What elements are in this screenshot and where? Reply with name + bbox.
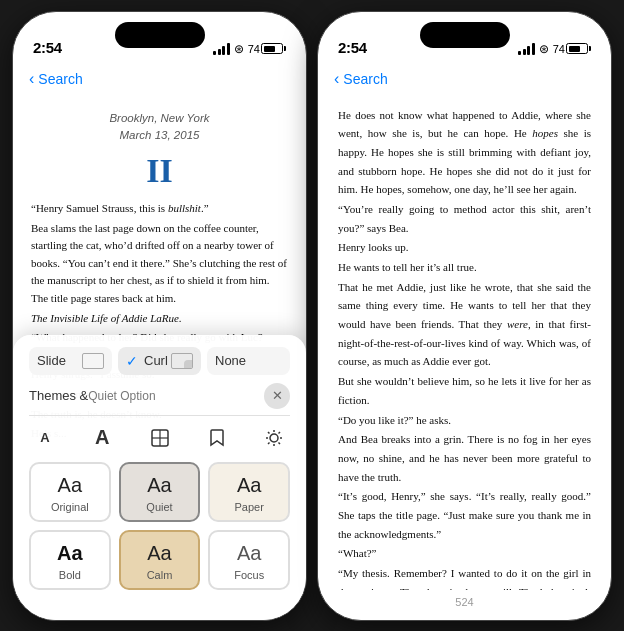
svg-line-11 bbox=[268, 442, 270, 444]
battery-pct-left: 74 bbox=[248, 43, 260, 55]
phones-container: 2:54 ⊛ 74 ‹ bbox=[12, 11, 612, 621]
scroll-option-curl[interactable]: ✓ Curl bbox=[118, 347, 201, 375]
chevron-left-icon-right: ‹ bbox=[334, 70, 339, 88]
brightness-icon bbox=[265, 429, 283, 447]
theme-paper[interactable]: Aa Paper bbox=[208, 462, 290, 522]
themes-row-header: Themes & Quiet Option ✕ bbox=[29, 383, 290, 409]
close-button[interactable]: ✕ bbox=[264, 383, 290, 409]
status-icons-right: ⊛ 74 bbox=[518, 42, 591, 56]
dynamic-island-left bbox=[115, 22, 205, 48]
quiet-option-label: Quiet Option bbox=[88, 389, 155, 403]
theme-paper-aa: Aa bbox=[237, 474, 261, 497]
scroll-option-none[interactable]: None bbox=[207, 347, 290, 375]
battery-icon: 74 bbox=[248, 43, 286, 55]
theme-paper-label: Paper bbox=[234, 501, 263, 513]
overlay-panel: Slide ✓ Curl None bbox=[13, 335, 306, 620]
none-label: None bbox=[215, 353, 246, 368]
curl-label: Curl bbox=[144, 353, 168, 368]
back-button-left[interactable]: ‹ Search bbox=[29, 70, 83, 88]
themes-label: Themes & bbox=[29, 388, 88, 403]
signal-icon-right bbox=[518, 43, 535, 55]
font-decrease-button[interactable]: A bbox=[29, 422, 61, 454]
slide-icon bbox=[82, 353, 104, 369]
theme-focus-aa: Aa bbox=[237, 542, 261, 565]
theme-bold-label: Bold bbox=[59, 569, 81, 581]
svg-line-8 bbox=[268, 432, 270, 434]
theme-original-aa: Aa bbox=[58, 474, 82, 497]
book-content-right: He does not know what happened to Addie,… bbox=[318, 100, 611, 590]
nav-bar-right: ‹ Search bbox=[318, 60, 611, 98]
left-phone: 2:54 ⊛ 74 ‹ bbox=[12, 11, 307, 621]
theme-original[interactable]: Aa Original bbox=[29, 462, 111, 522]
theme-calm-aa: Aa bbox=[147, 542, 171, 565]
layout-icon bbox=[151, 429, 169, 447]
toolbar-row: A A bbox=[29, 415, 290, 462]
font-small-label: A bbox=[40, 430, 49, 445]
theme-bold-aa: Aa bbox=[57, 542, 83, 565]
font-large-label: A bbox=[95, 426, 109, 449]
dynamic-island-right bbox=[420, 22, 510, 48]
battery-icon-right: 74 bbox=[553, 43, 591, 55]
theme-focus[interactable]: Aa Focus bbox=[208, 530, 290, 590]
page-number-right: 524 bbox=[455, 596, 473, 608]
theme-quiet-aa: Aa bbox=[147, 474, 171, 497]
theme-quiet[interactable]: Aa Quiet bbox=[119, 462, 201, 522]
font-increase-button[interactable]: A bbox=[86, 422, 118, 454]
signal-icon bbox=[213, 43, 230, 55]
right-phone: 2:54 ⊛ 74 ‹ bbox=[317, 11, 612, 621]
bookmark-button[interactable] bbox=[201, 422, 233, 454]
nav-bar-left: ‹ Search bbox=[13, 60, 306, 98]
none-icon bbox=[260, 353, 282, 369]
theme-calm[interactable]: Aa Calm bbox=[119, 530, 201, 590]
battery-pct-right: 74 bbox=[553, 43, 565, 55]
svg-point-3 bbox=[270, 434, 278, 442]
time-right: 2:54 bbox=[338, 39, 367, 56]
wifi-icon-right: ⊛ bbox=[539, 42, 549, 56]
theme-original-label: Original bbox=[51, 501, 89, 513]
back-button-right[interactable]: ‹ Search bbox=[334, 70, 388, 88]
slide-label: Slide bbox=[37, 353, 66, 368]
theme-focus-label: Focus bbox=[234, 569, 264, 581]
wifi-icon: ⊛ bbox=[234, 42, 244, 56]
chapter-numeral: II bbox=[31, 152, 288, 190]
book-text-right: He does not know what happened to Addie,… bbox=[338, 106, 591, 590]
scroll-option-slide[interactable]: Slide bbox=[29, 347, 112, 375]
svg-line-9 bbox=[279, 442, 281, 444]
status-icons-left: ⊛ 74 bbox=[213, 42, 286, 56]
brightness-button[interactable] bbox=[258, 422, 290, 454]
back-label-left: Search bbox=[38, 71, 82, 87]
bookmark-icon bbox=[210, 429, 224, 447]
chevron-left-icon: ‹ bbox=[29, 70, 34, 88]
book-location: Brooklyn, New YorkMarch 13, 2015 bbox=[31, 110, 288, 145]
themes-grid: Aa Original Aa Quiet Aa Paper Aa Bold bbox=[29, 462, 290, 590]
theme-quiet-label: Quiet bbox=[146, 501, 172, 513]
scroll-options-row: Slide ✓ Curl None bbox=[29, 347, 290, 375]
back-label-right: Search bbox=[343, 71, 387, 87]
svg-line-10 bbox=[279, 432, 281, 434]
layout-button[interactable] bbox=[144, 422, 176, 454]
theme-bold[interactable]: Aa Bold bbox=[29, 530, 111, 590]
theme-calm-label: Calm bbox=[147, 569, 173, 581]
curl-icon bbox=[171, 353, 193, 369]
time-left: 2:54 bbox=[33, 39, 62, 56]
checkmark-icon: ✓ bbox=[126, 353, 138, 369]
